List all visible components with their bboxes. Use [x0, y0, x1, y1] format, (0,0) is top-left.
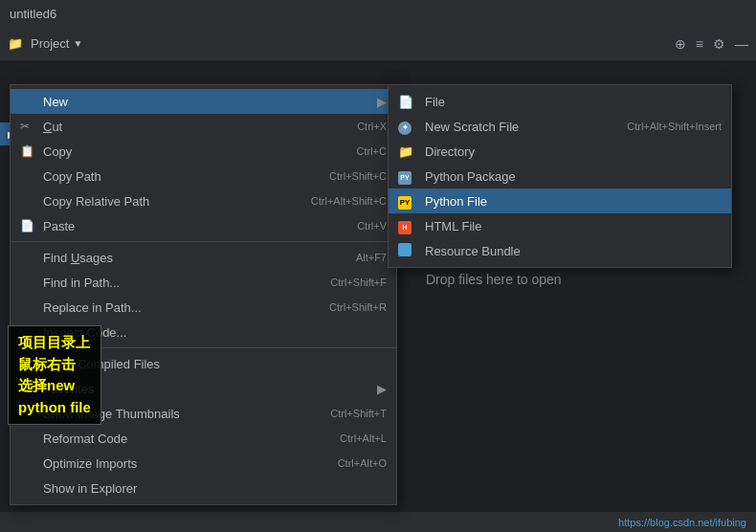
context-menu: New ▶ ✂ Cut Ctrl+X 📋 Copy Ctrl+C Copy Pa… — [10, 84, 397, 505]
submenu-arrow-icon: ▶ — [377, 95, 387, 109]
submenu-item-scratch-label: New Scratch File — [425, 120, 627, 134]
menu-item-copy-label: Copy — [43, 144, 357, 159]
menu-item-replace-in-path-label: Replace in Path... — [43, 300, 329, 315]
submenu-item-resource-bundle[interactable]: Resource Bundle — [389, 238, 731, 263]
scratch-shortcut: Ctrl+Alt+Shift+Insert — [627, 121, 722, 132]
panel-toolbar: ⊕ ≡ ⚙ — — [675, 36, 748, 52]
folder-icon: 📁 — [8, 36, 23, 51]
python-package-icon: PY — [398, 168, 417, 185]
find-in-path-shortcut: Ctrl+Shift+F — [330, 277, 387, 288]
menu-item-copy-relative[interactable]: Copy Relative Path Ctrl+Alt+Shift+C — [11, 188, 396, 213]
copy-relative-shortcut: Ctrl+Alt+Shift+C — [311, 195, 387, 207]
annotation-line-3: 选择new — [18, 375, 91, 397]
menu-item-find-in-path[interactable]: Find in Path... Ctrl+Shift+F — [11, 270, 396, 295]
menu-item-cut-label: Cut — [43, 120, 357, 134]
submenu-item-file[interactable]: 📄 File — [389, 89, 731, 114]
submenu-item-file-label: File — [425, 95, 722, 109]
python-file-icon: PY — [398, 193, 417, 210]
menu-item-optimize-imports[interactable]: Optimize Imports Ctrl+Alt+O — [11, 451, 396, 476]
menu-item-cut[interactable]: ✂ Cut Ctrl+X — [11, 114, 396, 139]
html-file-icon: H — [398, 218, 417, 234]
menu-item-show-explorer-label: Show in Explorer — [43, 481, 387, 496]
gear-icon[interactable]: ⚙ — [713, 36, 725, 52]
chevron-down-icon[interactable]: ▼ — [73, 38, 82, 49]
submenu-item-html-file-label: HTML File — [425, 219, 722, 233]
locate-icon[interactable]: ⊕ — [675, 36, 686, 52]
annotation-line-4: python file — [18, 397, 91, 419]
paste-icon: 📄 — [20, 219, 37, 233]
replace-in-path-shortcut: Ctrl+Shift+R — [329, 301, 387, 313]
menu-item-find-usages[interactable]: Find Usages Alt+F7 — [11, 245, 396, 270]
submenu-item-resource-bundle-label: Resource Bundle — [425, 244, 722, 258]
optimize-imports-shortcut: Ctrl+Alt+O — [338, 457, 387, 469]
project-label[interactable]: Project ▼ — [31, 36, 82, 51]
cut-shortcut: Ctrl+X — [357, 121, 387, 132]
submenu-item-directory-label: Directory — [425, 144, 722, 159]
image-thumbnails-shortcut: Ctrl+Shift+T — [330, 408, 387, 419]
directory-icon: 📁 — [398, 144, 417, 159]
paste-shortcut: Ctrl+V — [357, 220, 387, 232]
menu-item-find-usages-label: Find Usages — [43, 251, 356, 265]
annotation-overlay: 项目目录上 鼠标右击 选择new python file — [8, 325, 101, 425]
minimize-icon[interactable]: — — [735, 36, 748, 52]
status-bar: https://blog.csdn.net/ifubing — [0, 511, 756, 532]
menu-item-optimize-imports-label: Optimize Imports — [43, 456, 338, 471]
reformat-shortcut: Ctrl+Alt+L — [340, 432, 387, 444]
submenu-item-python-package[interactable]: PY Python Package — [389, 164, 731, 188]
separator-1 — [11, 241, 396, 242]
cut-icon: ✂ — [20, 120, 37, 133]
info-row-drop: Drop files here to open — [426, 272, 727, 287]
scratch-file-icon: ✦ — [398, 119, 417, 135]
menu-item-copy-path-label: Copy Path — [43, 169, 329, 184]
scroll-icon[interactable]: ≡ — [696, 36, 703, 52]
submenu-item-directory[interactable]: 📁 Directory — [389, 139, 731, 164]
submenu-item-python-file[interactable]: PY Python File — [389, 188, 731, 213]
annotation-line-1: 项目目录上 — [18, 332, 91, 354]
favorites-arrow-icon: ▶ — [377, 382, 387, 396]
menu-item-copy-path[interactable]: Copy Path Ctrl+Shift+C — [11, 164, 396, 188]
panel-header: 📁 Project ▼ ⊕ ≡ ⚙ — — [0, 27, 756, 61]
menu-item-new-label: New — [43, 95, 371, 109]
submenu-item-python-file-label: Python File — [425, 194, 722, 209]
menu-item-new[interactable]: New ▶ — [11, 89, 396, 114]
menu-item-reformat[interactable]: Reformat Code Ctrl+Alt+L — [11, 426, 396, 451]
menu-item-show-explorer[interactable]: Show in Explorer — [11, 476, 396, 500]
copy-path-shortcut: Ctrl+Shift+C — [329, 170, 387, 182]
status-url: https://blog.csdn.net/ifubing — [618, 517, 746, 528]
drop-files-label: Drop files here to open — [426, 272, 562, 287]
menu-item-replace-in-path[interactable]: Replace in Path... Ctrl+Shift+R — [11, 295, 396, 320]
title-bar: untitled6 — [0, 0, 756, 27]
window-title: untitled6 — [10, 7, 56, 21]
file-icon: 📄 — [398, 95, 417, 109]
resource-bundle-icon — [398, 243, 417, 259]
copy-shortcut: Ctrl+C — [357, 145, 387, 157]
menu-item-copy-relative-label: Copy Relative Path — [43, 194, 311, 209]
annotation-line-2: 鼠标右击 — [18, 354, 91, 376]
menu-item-find-in-path-label: Find in Path... — [43, 276, 330, 290]
submenu-item-python-package-label: Python Package — [425, 169, 722, 184]
new-submenu: 📄 File ✦ New Scratch File Ctrl+Alt+Shift… — [388, 84, 732, 268]
menu-item-paste-label: Paste — [43, 219, 357, 233]
submenu-item-html-file[interactable]: H HTML File — [389, 213, 731, 238]
menu-item-paste[interactable]: 📄 Paste Ctrl+V — [11, 213, 396, 238]
menu-item-copy[interactable]: 📋 Copy Ctrl+C — [11, 139, 396, 164]
menu-item-reformat-label: Reformat Code — [43, 432, 340, 446]
copy-icon: 📋 — [20, 144, 37, 158]
submenu-item-scratch[interactable]: ✦ New Scratch File Ctrl+Alt+Shift+Insert — [389, 114, 731, 139]
find-usages-shortcut: Alt+F7 — [356, 252, 387, 263]
